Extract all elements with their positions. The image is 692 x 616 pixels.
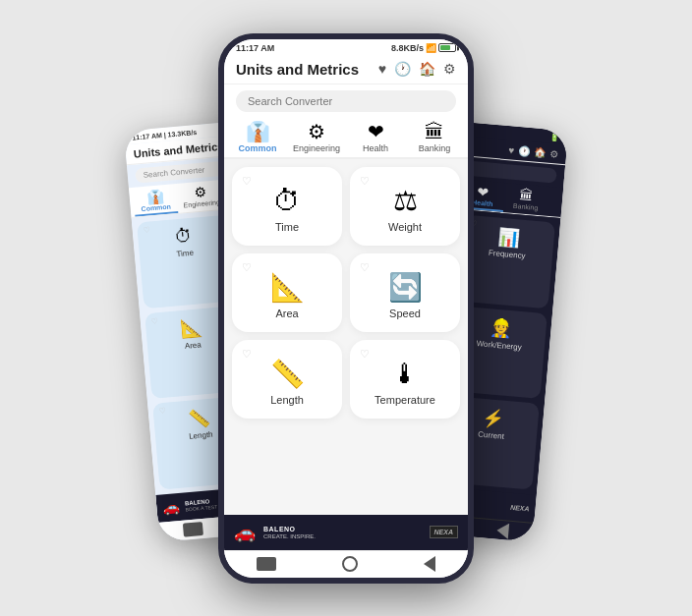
phones-container: 11:17 AM | 13.3KB/s 🔋 Units and Metrics … (218, 33, 474, 584)
right-card-current-label: Current (478, 429, 504, 440)
center-tab-common-icon: 👔 (246, 122, 270, 141)
center-tab-banking-icon: 🏛 (425, 122, 444, 141)
center-ad-banner: 🚗 BALENO CREATE. INSPIRE. NEXA (224, 515, 468, 550)
center-heart-length: ♡ (242, 348, 252, 361)
center-tab-engineering[interactable]: ⚙ Engineering (287, 116, 346, 157)
right-tab-banking-label: Banking (513, 201, 539, 210)
center-card-temp-label: Temperature (375, 394, 435, 406)
right-card-energy-icon: 👷 (489, 315, 512, 339)
center-tab-health-label: Health (363, 143, 388, 153)
center-card-length-icon: 📏 (270, 358, 305, 390)
center-tab-common-label: Common (239, 143, 277, 153)
center-nav-bar (224, 550, 468, 578)
right-battery-icon: 🔋 (549, 132, 560, 141)
center-card-weight-label: Weight (388, 221, 422, 233)
center-signal-icon: 📶 (426, 43, 436, 53)
center-card-speed-label: Speed (389, 308, 421, 319)
center-time: 11:17 AM (236, 43, 274, 53)
center-card-speed-icon: 🔄 (388, 271, 423, 304)
left-card-area-label: Area (185, 340, 202, 350)
right-card-energy-label: Work/Energy (476, 338, 522, 351)
center-heart-speed: ♡ (360, 261, 370, 274)
center-heart-area: ♡ (242, 261, 252, 274)
center-card-time[interactable]: ♡ ⏱ Time (232, 167, 342, 246)
center-data-speed: 8.8KB/s (391, 43, 424, 53)
right-tab-health-icon: ❤ (477, 183, 490, 199)
left-card-area-icon: 📐 (180, 315, 203, 339)
center-tab-engineering-icon: ⚙ (308, 122, 325, 141)
left-ad-car-icon: 🚗 (162, 498, 180, 515)
center-card-time-icon: ⏱ (273, 185, 301, 217)
center-favorite-icon[interactable]: ♥ (378, 61, 386, 77)
center-battery-icon (438, 43, 456, 52)
right-tab-banking-icon: 🏛 (519, 187, 534, 203)
left-card-time-label: Time (176, 248, 194, 257)
center-card-length[interactable]: ♡ 📏 Length (232, 340, 342, 419)
right-clock-icon: 🕐 (518, 144, 531, 156)
center-header-icons: ♥ 🕐 🏠 ⚙ (378, 61, 456, 77)
right-card-frequency-icon: 📊 (496, 225, 520, 249)
center-heart-temp: ♡ (360, 348, 370, 361)
right-heart-icon: ♥ (508, 143, 515, 154)
center-ad-text-block: BALENO CREATE. INSPIRE. (263, 526, 316, 539)
left-heart-length: ♡ (158, 407, 166, 417)
center-header: Units and Metrics ♥ 🕐 🏠 ⚙ (224, 55, 468, 84)
right-nexa-badge: NEXA (510, 503, 530, 512)
center-card-time-label: Time (275, 221, 299, 233)
right-settings-icon: ⚙ (549, 147, 559, 159)
left-tab-common-icon: 👔 (146, 188, 164, 204)
center-card-weight-icon: ⚖ (393, 185, 418, 217)
center-ad-left: 🚗 BALENO CREATE. INSPIRE. (234, 522, 316, 543)
center-nav-square[interactable] (257, 557, 276, 571)
center-nav-back[interactable] (424, 556, 435, 572)
center-card-area-icon: 📐 (270, 271, 305, 304)
left-card-length-icon: 📏 (188, 407, 211, 430)
left-card-length-label: Length (189, 430, 213, 441)
center-search-input[interactable] (236, 90, 456, 112)
left-tab-engineering-label: Engineering (183, 198, 220, 208)
center-heart-time: ♡ (242, 175, 252, 188)
right-status-icons: 🔋 (549, 132, 560, 141)
right-nav-back[interactable] (495, 522, 508, 538)
center-status-info: 8.8KB/s 📶 (391, 43, 456, 53)
center-card-temp[interactable]: ♡ 🌡 Temperature (350, 340, 460, 419)
left-nav-square[interactable] (183, 521, 203, 536)
left-card-time-icon: ⏱ (174, 225, 194, 247)
center-tab-banking-label: Banking (419, 143, 451, 153)
left-search-text: Search Converter (143, 165, 204, 179)
center-card-weight[interactable]: ♡ ⚖ Weight (350, 167, 460, 246)
center-card-area-label: Area (275, 308, 298, 319)
left-tab-common-label: Common (141, 202, 171, 212)
center-card-area[interactable]: ♡ 📐 Area (232, 253, 342, 332)
center-card-length-label: Length (270, 394, 304, 406)
center-nexa-badge: NEXA (430, 526, 458, 538)
right-card-current-icon: ⚡ (481, 407, 504, 430)
center-tab-common[interactable]: 👔 Common (228, 116, 287, 159)
center-status-bar: 11:17 AM 8.8KB/s 📶 (224, 39, 468, 55)
center-nav-circle[interactable] (342, 556, 358, 572)
center-settings-icon[interactable]: ⚙ (443, 61, 456, 77)
right-card-frequency-label: Frequency (489, 248, 526, 259)
left-tab-common[interactable]: 👔 Common (133, 184, 178, 217)
center-card-speed[interactable]: ♡ 🔄 Speed (350, 253, 460, 332)
center-heart-weight: ♡ (360, 175, 370, 188)
center-phone: 11:17 AM 8.8KB/s 📶 Units and Metrics ♥ 🕐… (218, 33, 474, 584)
center-tab-banking[interactable]: 🏛 Banking (405, 116, 464, 157)
right-tab-banking[interactable]: 🏛 Banking (503, 183, 548, 216)
right-home-icon: 🏠 (534, 145, 547, 157)
center-home-icon[interactable]: 🏠 (419, 61, 435, 77)
center-tab-health[interactable]: ❤ Health (346, 116, 405, 157)
center-tab-health-icon: ❤ (368, 122, 384, 141)
center-app-title: Units and Metrics (236, 61, 359, 78)
center-grid: ♡ ⏱ Time ♡ ⚖ Weight ♡ 📐 Area ♡ 🔄 S (224, 159, 468, 515)
center-ad-tagline: CREATE. INSPIRE. (263, 533, 316, 539)
center-battery-fill (440, 45, 450, 50)
right-tab-health-label: Health (472, 198, 493, 207)
center-ad-car-icon: 🚗 (234, 522, 256, 543)
left-tab-engineering-icon: ⚙ (194, 184, 207, 200)
center-history-icon[interactable]: 🕐 (394, 61, 411, 77)
center-screen: 11:17 AM 8.8KB/s 📶 Units and Metrics ♥ 🕐… (224, 39, 468, 578)
center-ad-brand: BALENO (263, 526, 316, 532)
left-app-title: Units and Metrics (133, 140, 223, 159)
center-search-bar (224, 84, 468, 116)
